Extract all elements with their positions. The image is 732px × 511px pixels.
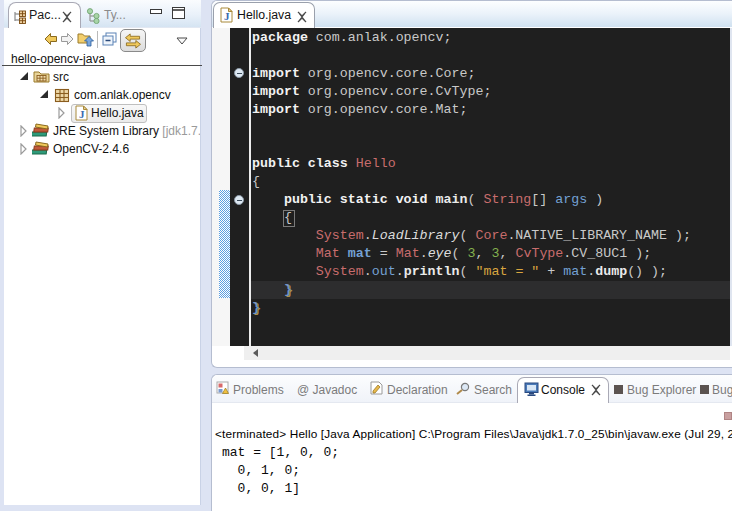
svg-text:J: J <box>79 108 85 120</box>
svg-text:J: J <box>224 10 230 22</box>
